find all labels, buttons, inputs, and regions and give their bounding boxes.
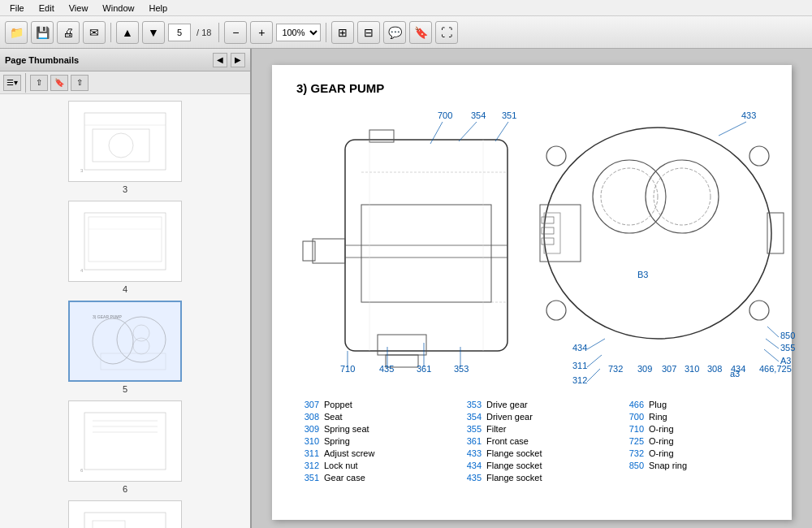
diagram-area: 700 354 351 433 B3 434 311 312 [296,107,767,383]
svg-text:434: 434 [731,364,745,374]
menu-window[interactable]: Window [96,2,140,15]
part-name-308: Seat [324,412,343,422]
svg-point-11 [117,317,166,362]
svg-rect-15 [84,413,166,470]
part-row-725: 725 O-ring [621,436,767,446]
thumbnail-3[interactable]: 3 3 [6,101,244,194]
svg-point-13 [133,338,149,354]
next-page-button[interactable]: ▼ [142,21,165,44]
sidebar-expand-button[interactable]: ▶ [231,53,245,67]
prev-page-button[interactable]: ▲ [116,21,139,44]
svg-text:3) GEAR PUMP: 3) GEAR PUMP [93,314,123,319]
part-name-732: O-ring [649,448,674,458]
thumbnail-6-box[interactable]: 6 [68,400,182,482]
part-num-435: 435 [459,473,482,483]
sidebar-collapse-button[interactable]: ◀ [213,53,227,67]
svg-text:354: 354 [471,110,486,120]
fit-width-button[interactable]: ⊟ [357,21,380,44]
sidebar-header: Page Thumbnails ◀ ▶ [0,49,250,71]
page-input[interactable] [168,24,191,41]
thumbnail-6[interactable]: 6 6 [6,400,244,494]
svg-text:466,725: 466,725 [759,364,792,374]
thumbnail-7-box[interactable]: 7 [68,500,182,528]
svg-text:850: 850 [780,331,795,340]
page-total: / 18 [194,28,214,37]
svg-point-41 [546,146,566,166]
thumbnail-view-button[interactable]: ☰▾ [3,75,21,91]
svg-rect-27 [313,239,345,263]
part-num-700: 700 [621,412,644,422]
fit-page-button[interactable]: ⊞ [331,21,354,44]
thumbnail-3-box[interactable]: 3 [68,101,182,182]
part-row-710: 710 O-ring [621,424,767,434]
sidebar-bookmark-button[interactable]: 🔖 [50,75,68,91]
zoom-out-button[interactable]: − [224,21,247,44]
svg-point-43 [546,301,566,320]
sidebar-tools: ☰▾ ⇧ 🔖 ⇧ [0,71,250,94]
part-name-466: Plug [649,400,667,409]
svg-text:4: 4 [80,268,84,273]
part-row-311: 311 Adjust screw [296,448,443,458]
svg-line-56 [495,122,508,141]
parts-col-1: 307 Poppet 308 Seat 309 Spring seat 310 … [296,400,443,483]
svg-text:434: 434 [572,343,587,353]
svg-rect-14 [101,353,166,370]
part-num-351: 351 [296,473,319,483]
svg-point-42 [749,146,769,166]
svg-text:351: 351 [502,110,516,120]
part-num-310: 310 [296,436,319,446]
part-num-353: 353 [459,400,482,409]
zoom-select[interactable]: 100% 75% 125% 150% [276,24,321,41]
thumbnail-5[interactable]: 3) GEAR PUMP 5 [6,301,244,394]
part-row-353: 353 Drive gear [459,400,605,409]
thumbnail-4-label: 4 [123,284,127,294]
sidebar-title: Page Thumbnails [5,55,209,65]
svg-point-10 [93,318,133,364]
save-button[interactable]: 💾 [31,21,54,44]
thumbnails-panel[interactable]: 3 3 4 4 [0,94,250,528]
part-name-435: Flange socket [486,473,542,483]
sidebar-tool-1[interactable]: ⇧ [30,75,48,91]
print-button[interactable]: 🖨 [57,21,80,44]
bookmark-button[interactable]: 🔖 [409,21,432,44]
menu-file[interactable]: File [3,2,31,15]
page-title: 3) GEAR PUMP [296,81,767,95]
svg-line-70 [766,339,779,348]
fullscreen-button[interactable]: ⛶ [435,21,458,44]
part-row-434: 434 Flange socket [459,461,605,470]
svg-text:433: 433 [741,110,756,120]
menu-help[interactable]: Help [142,2,174,15]
svg-rect-6 [89,217,162,262]
content-area[interactable]: 3) GEAR PUMP [252,49,812,528]
part-name-310: Spring [324,436,350,446]
menu-view[interactable]: View [63,2,95,15]
sidebar-tool-2[interactable]: ⇧ [71,75,89,91]
separator2 [218,23,219,42]
thumbnail-4[interactable]: 4 4 [6,201,244,294]
svg-point-38 [646,160,719,233]
comment-button[interactable]: 💬 [383,21,406,44]
part-name-311: Adjust screw [324,448,374,458]
part-num-710: 710 [621,424,644,434]
thumbnail-5-box[interactable]: 3) GEAR PUMP [68,301,182,382]
thumbnail-4-box[interactable]: 4 [68,201,182,282]
zoom-in-button[interactable]: + [250,21,273,44]
svg-rect-49 [542,238,554,245]
part-row-732: 732 O-ring [621,448,767,458]
part-name-434: Flange socket [486,461,542,470]
thumbnail-6-label: 6 [123,484,127,494]
part-row-850: 850 Snap ring [621,461,767,470]
part-num-311: 311 [296,448,319,458]
part-name-307: Poppet [324,400,352,409]
menu-edit[interactable]: Edit [32,2,61,15]
part-name-725: O-ring [649,436,674,446]
svg-point-3 [109,133,133,158]
open-button[interactable]: 📁 [5,21,28,44]
svg-rect-0 [84,113,166,170]
part-name-850: Snap ring [649,461,687,470]
email-button[interactable]: ✉ [83,21,106,44]
svg-rect-2 [93,129,149,162]
svg-rect-5 [84,213,166,270]
thumbnail-7[interactable]: 7 7 [6,500,244,528]
svg-text:6: 6 [80,468,84,473]
